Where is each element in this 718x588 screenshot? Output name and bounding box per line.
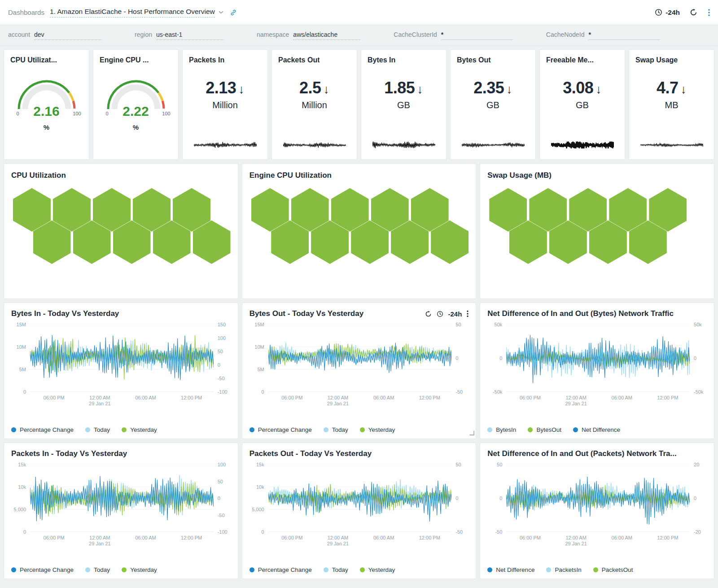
legend-item-today[interactable]: Today [324,426,348,433]
panel-title: Bytes In - Today Vs Yesterday [11,309,119,318]
legend-item-percentage-change[interactable]: Percentage Change [11,426,74,433]
filter-account: accountdev [8,31,101,40]
legend-label: BytesIn [496,426,516,433]
x-axis: 06:00 PM12:00 AM29 Jan 2106:00 AM12:00 P… [506,392,690,408]
refresh-icon[interactable] [690,9,697,16]
sparkline [551,141,614,149]
x-axis: 06:00 PM12:00 AM29 Jan 2106:00 AM12:00 P… [30,392,214,408]
legend-item-packetsout[interactable]: PacketsOut [593,566,633,573]
legend-item-percentage-change[interactable]: Percentage Change [11,566,74,573]
line-chart-canvas [506,465,690,532]
y-tick-label: 50 [218,479,223,484]
panel-title: Swap Usage (MB) [480,171,714,180]
legend-label: Yesterday [368,566,395,573]
stat-value-row: 2.13↓ [206,79,245,97]
charts-row-1: Bytes In - Today Vs Yesterday15M10M5M015… [0,303,718,439]
panel-title: Net Difference of In and Out (Packets) N… [487,449,676,458]
legend-item-bytesout[interactable]: BytesOut [528,426,561,433]
x-tick-label: 12:00 AM29 Jan 21 [89,535,110,547]
filter-region: regionus-east-1 [135,31,223,40]
line-chart-canvas [506,325,690,392]
x-tick-time: 12:00 AM [565,395,586,400]
stat-value-row: 1.85↓ [384,79,423,97]
clock-icon [655,9,662,16]
chart-area: 50k0-50k50k0-50k06:00 PM12:00 AM29 Jan 2… [480,318,714,408]
x-tick-label: 06:00 PM [520,535,541,541]
chart-area: 500-50200-2006:00 PM12:00 AM29 Jan 2106:… [480,458,714,548]
chart-plot [30,325,214,392]
sparkline [194,141,257,149]
stat-value: 2.13 [206,79,236,97]
resize-handle-icon[interactable] [469,429,474,437]
x-tick-label: 06:00 AM [135,535,156,541]
x-tick-date: 29 Jan 21 [565,541,587,546]
trend-down-arrow-icon: ↓ [417,83,423,97]
y-tick-label: 0 [499,496,502,501]
legend-item-today[interactable]: Today [324,566,348,573]
y-tick-label: 50 [218,349,223,354]
chart-legend: Percentage ChangeTodayYesterday [242,426,476,439]
chevron-down-icon [219,11,223,14]
filter-value-input[interactable]: us-east-1 [156,31,223,40]
legend-item-bytesin[interactable]: BytesIn [487,426,516,433]
legend-item-net-difference[interactable]: Net Difference [573,426,620,433]
dashboard-title-dropdown[interactable]: 1. Amazon ElastiCache - Host Performance… [50,8,223,18]
filter-value-input[interactable]: aws/elasticache [293,31,360,40]
y-tick-label: 100 [218,462,226,467]
charts-row-2: Packets In - Today Vs Yesterday15k10k5,0… [0,443,718,579]
chart-header: Net Difference of In and Out (Bytes) Net… [480,303,714,318]
legend-item-percentage-change[interactable]: Percentage Change [250,566,312,573]
legend-item-yesterday[interactable]: Yesterday [360,566,395,573]
legend-item-net-difference[interactable]: Net Difference [487,566,534,573]
y-tick-label: -50 [218,513,225,518]
y-tick-label: -100 [218,389,228,395]
legend-dot [487,427,492,432]
filter-value-input[interactable]: dev [34,31,101,40]
chart-panel-packets-in-today-vs-yesterday: Packets In - Today Vs Yesterday15k10k5,0… [4,443,238,579]
legend-label: Today [332,566,348,573]
x-tick-time: 06:00 AM [612,395,632,400]
y-tick-label: -50k [493,389,502,395]
legend-item-yesterday[interactable]: Yesterday [360,426,395,433]
filter-value-input[interactable]: * [441,31,513,40]
gauge-unit-label: % [44,123,49,131]
y-tick-label: 0 [694,355,696,361]
y-tick-label: -50 [218,376,225,381]
y-tick-label: -50 [455,529,463,535]
legend-item-today[interactable]: Today [85,566,110,573]
x-tick-label: 06:00 PM [281,395,302,401]
x-tick-time: 12:00 AM [89,535,110,540]
legend-item-yesterday[interactable]: Yesterday [122,566,157,573]
chart-header: Bytes In - Today Vs Yesterday [4,303,238,318]
legend-item-today[interactable]: Today [85,426,110,433]
breadcrumb[interactable]: Dashboards [8,9,44,16]
link-icon[interactable] [230,9,237,16]
chart-controls: -24h [425,310,469,318]
time-range-control[interactable]: -24h [655,9,680,17]
x-tick-time: 12:00 AM [89,395,110,400]
y-tick-label: 0 [455,355,458,361]
refresh-icon[interactable] [425,311,432,317]
filter-label: region [135,31,152,38]
y-tick-label: 0 [218,496,220,501]
honeycomb-panel-swap-usage-mb: Swap Usage (MB) [480,163,714,299]
sparkline-chart [194,141,257,150]
filter-label: CacheNodeId [546,31,585,38]
panel-title: CPU Utilization [4,171,238,180]
x-tick-label: 12:00 PM [419,395,440,401]
filter-value-input[interactable]: * [588,31,660,40]
filter-label: account [8,31,30,38]
chart-header: Bytes Out - Today Vs Yesterday-24h [242,303,476,318]
x-tick-time: 06:00 AM [135,535,156,540]
legend-item-yesterday[interactable]: Yesterday [122,426,157,433]
trend-down-arrow-icon: ↓ [238,83,245,97]
legend-item-packetsin[interactable]: PacketsIn [546,566,581,573]
kebab-menu-icon[interactable] [708,9,710,17]
legend-item-percentage-change[interactable]: Percentage Change [250,426,312,433]
clock-icon[interactable] [437,311,443,317]
x-tick-label: 06:00 AM [612,535,632,541]
kebab-menu-icon[interactable] [467,310,468,317]
y-axis-left: 500-50 [485,465,506,532]
chart-legend: Net DifferencePacketsInPacketsOut [480,566,714,579]
page-title: 1. Amazon ElastiCache - Host Performance… [50,8,215,18]
